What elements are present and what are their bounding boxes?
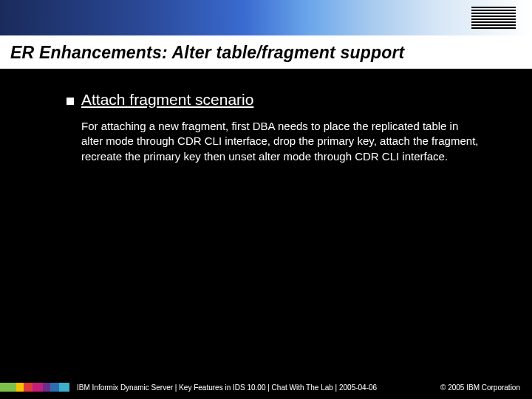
body-text: For attaching a new fragment, first DBA … bbox=[81, 119, 480, 164]
footer-center-text: IBM Informix Dynamic Server | Key Featur… bbox=[77, 383, 377, 392]
subheading: Attach fragment scenario bbox=[81, 91, 253, 109]
bullet-item: Attach fragment scenario bbox=[66, 91, 488, 109]
footer: 63 IBM Informix Dynamic Server | Key Fea… bbox=[0, 381, 532, 393]
header-banner bbox=[0, 0, 532, 35]
footer-copyright: © 2005 IBM Corporation bbox=[440, 383, 520, 392]
slide-title: ER Enhancements: Alter table/fragment su… bbox=[10, 43, 522, 63]
page-number: 63 bbox=[4, 376, 13, 384]
ibm-logo bbox=[471, 7, 516, 29]
title-bar: ER Enhancements: Alter table/fragment su… bbox=[0, 35, 532, 69]
content-area: Attach fragment scenario For attaching a… bbox=[0, 69, 532, 164]
bullet-square-icon bbox=[66, 98, 74, 105]
